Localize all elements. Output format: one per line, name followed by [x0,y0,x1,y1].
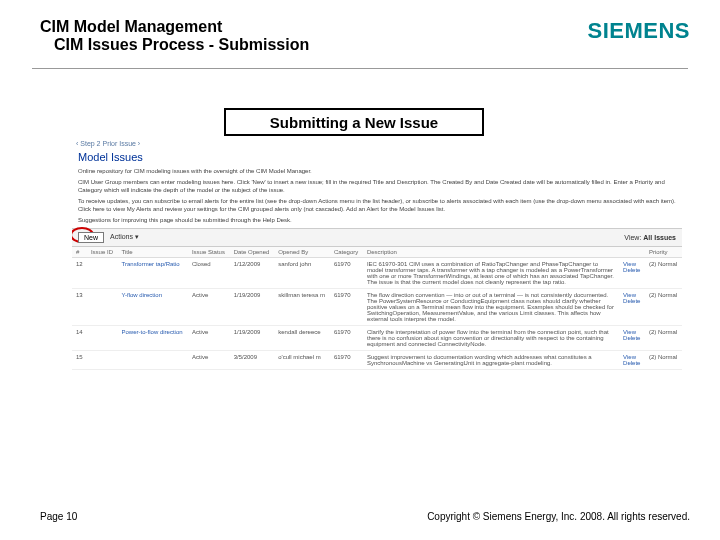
slide: CIM Model Management CIM Issues Process … [0,0,720,540]
cell-num: 12 [72,257,87,288]
col-description[interactable]: Description [363,247,619,258]
cell-id [87,350,118,369]
cell-date: 1/19/2009 [230,288,275,325]
page-title: Model Issues [72,149,682,167]
cell-desc: Clarify the interpretation of power flow… [363,325,619,350]
cell-priority: (2) Normal [645,288,682,325]
cell-date: 1/12/2009 [230,257,275,288]
cell-title[interactable]: Y-flow direction [118,288,188,325]
cell-num: 15 [72,350,87,369]
actions-menu[interactable]: Actions ▾ [110,233,139,241]
header-divider [32,68,688,69]
table-row[interactable]: 15Active3/5/2009o'cull michael m61970Sug… [72,350,682,369]
cell-num: 13 [72,288,87,325]
title-block: CIM Model Management CIM Issues Process … [40,18,309,54]
issues-table: # Issue ID Title Issue Status Date Opene… [72,247,682,370]
cell-by: skillman teresa m [274,288,330,325]
view-label: View: [624,234,641,241]
col-issue-id[interactable]: Issue ID [87,247,118,258]
copyright-text: Copyright © Siemens Energy, Inc. 2008. A… [427,511,690,522]
cell-cat: 61970 [330,257,363,288]
col-status[interactable]: Issue Status [188,247,230,258]
cell-status: Active [188,288,230,325]
callout-text: Submitting a New Issue [270,114,438,131]
cell-title[interactable]: Transformer tap/Ratio [118,257,188,288]
cell-cat: 61970 [330,325,363,350]
slide-header: CIM Model Management CIM Issues Process … [40,18,690,54]
view-selector[interactable]: View: All Issues [624,234,676,241]
cell-by: kendall dereece [274,325,330,350]
callout-box: Submitting a New Issue [224,108,484,136]
cell-status: Active [188,350,230,369]
cell-actions[interactable]: ViewDelete [619,350,645,369]
table-row[interactable]: 14Power-to-flow directionActive1/19/2009… [72,325,682,350]
new-button[interactable]: New [78,232,104,243]
cell-id [87,257,118,288]
cell-title[interactable]: Power-to-flow direction [118,325,188,350]
view-value: All Issues [643,234,676,241]
col-num[interactable]: # [72,247,87,258]
cell-id [87,288,118,325]
col-date[interactable]: Date Opened [230,247,275,258]
breadcrumb: ‹ Step 2 Prior Issue › [72,138,682,149]
cell-cat: 61970 [330,350,363,369]
cell-desc: Suggest improvement to documentation wor… [363,350,619,369]
cell-actions[interactable]: ViewDelete [619,257,645,288]
cell-actions[interactable]: ViewDelete [619,325,645,350]
cell-date: 3/5/2009 [230,350,275,369]
cell-status: Closed [188,257,230,288]
cell-num: 14 [72,325,87,350]
list-toolbar: New Actions ▾ View: All Issues [72,228,682,247]
page-number: Page 10 [40,511,77,522]
cell-priority: (2) Normal [645,350,682,369]
intro-para-4: Suggestions for improving this page shou… [72,216,682,227]
intro-para-1: Online repository for CIM modeling issue… [72,167,682,178]
slide-footer: Page 10 Copyright © Siemens Energy, Inc.… [40,511,690,522]
title-line-2: CIM Issues Process - Submission [40,36,309,54]
cell-cat: 61970 [330,288,363,325]
cell-priority: (2) Normal [645,257,682,288]
cell-id [87,325,118,350]
cell-title[interactable] [118,350,188,369]
new-button-wrap: New [78,232,104,243]
embedded-screenshot: ‹ Step 2 Prior Issue › Model Issues Onli… [72,138,682,398]
cell-desc: The flow direction convention — into or … [363,288,619,325]
col-actions [619,247,645,258]
brand-logo: SIEMENS [587,18,690,44]
intro-para-3: To receive updates, you can subscribe to… [72,197,682,216]
table-header-row: # Issue ID Title Issue Status Date Opene… [72,247,682,258]
cell-desc: IEC 61970-301 CIM uses a combination of … [363,257,619,288]
table-row[interactable]: 12Transformer tap/RatioClosed1/12/2009sa… [72,257,682,288]
cell-by: sanford john [274,257,330,288]
cell-date: 1/19/2009 [230,325,275,350]
cell-priority: (2) Normal [645,325,682,350]
col-title[interactable]: Title [118,247,188,258]
col-opened-by[interactable]: Opened By [274,247,330,258]
cell-by: o'cull michael m [274,350,330,369]
title-line-1: CIM Model Management [40,18,309,36]
cell-actions[interactable]: ViewDelete [619,288,645,325]
col-category[interactable]: Category [330,247,363,258]
table-row[interactable]: 13Y-flow directionActive1/19/2009skillma… [72,288,682,325]
col-priority[interactable]: Priority [645,247,682,258]
cell-status: Active [188,325,230,350]
intro-para-2: CIM User Group members can enter modelin… [72,178,682,197]
